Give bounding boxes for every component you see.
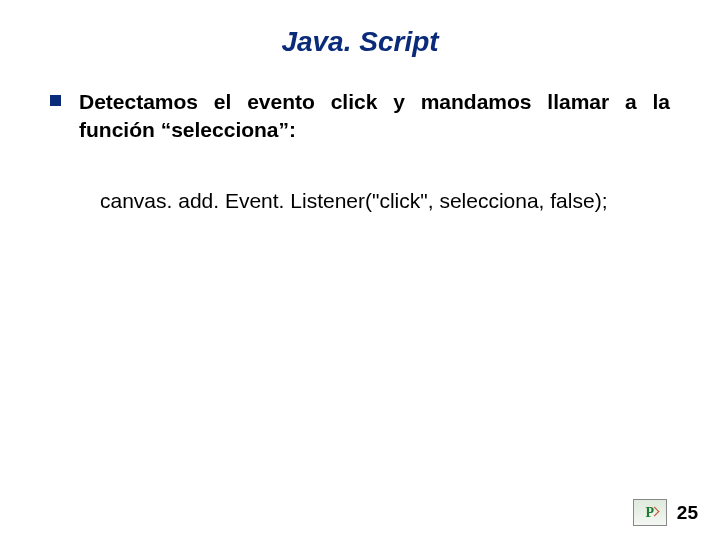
bullet-square-icon [50,95,61,106]
slide: Java. Script Detectamos el evento click … [0,0,720,540]
bullet-text: Detectamos el evento click y mandamos ll… [79,88,670,145]
page-number: 25 [677,502,698,524]
code-line: canvas. add. Event. Listener("click", se… [100,189,670,213]
logo-letter: P [646,506,655,520]
slide-title: Java. Script [0,0,720,58]
content-area: Detectamos el evento click y mandamos ll… [0,58,720,213]
logo-icon: P [633,499,667,526]
footer: P 25 [633,499,698,526]
bullet-item: Detectamos el evento click y mandamos ll… [50,88,670,145]
